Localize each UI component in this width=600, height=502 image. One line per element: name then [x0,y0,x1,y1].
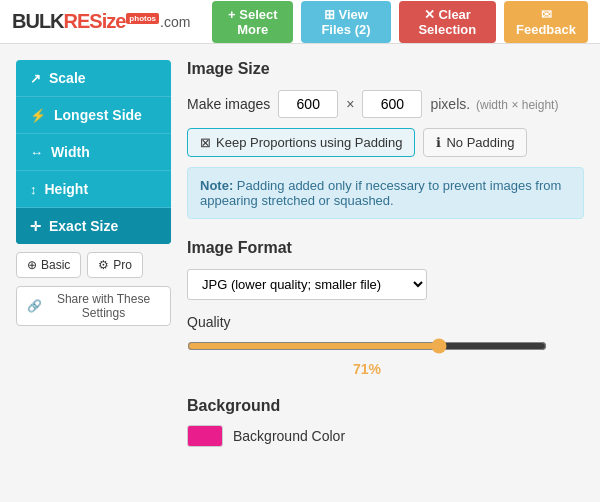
sidebar-item-exact-size-label: Exact Size [49,218,118,234]
sidebar-item-width[interactable]: ↔ Width [16,134,171,171]
width-icon: ↔ [30,145,43,160]
logo-bulk-text: BULK [12,10,64,33]
width-input[interactable] [278,90,338,118]
view-files-button[interactable]: ⊞ View Files (2) [301,1,390,43]
sidebar-tabs: ⊕ Basic ⚙ Pro [16,252,171,278]
quality-title: Quality [187,314,584,330]
sidebar-item-scale-label: Scale [49,70,86,86]
share-icon: 🔗 [27,299,42,313]
bg-color-label: Background Color [233,428,345,444]
sidebar-item-height[interactable]: ↕ Height [16,171,171,208]
sidebar-item-width-label: Width [51,144,90,160]
quality-value: 71% [187,361,547,377]
header: BULKRESizephotos.com + Select More ⊞ Vie… [0,0,600,44]
padding-options: ⊠ Keep Proportions using Padding ℹ No Pa… [187,128,584,157]
no-padding-label: No Padding [446,135,514,150]
pro-tab-button[interactable]: ⚙ Pro [87,252,143,278]
format-select[interactable]: JPG (lower quality; smaller file) PNG (l… [187,269,427,300]
basic-tab-label: Basic [41,258,70,272]
no-padding-icon: ℹ [436,135,441,150]
make-images-label: Make images [187,96,270,112]
logo-photos-badge: photos [126,13,159,24]
longest-side-icon: ⚡ [30,108,46,123]
scale-icon: ↗ [30,71,41,86]
keep-proportions-icon: ⊠ [200,135,211,150]
sidebar: ↗ Scale ⚡ Longest Side ↔ Width ↕ Height … [16,60,171,326]
feedback-button[interactable]: ✉ Feedback [504,1,588,43]
times-symbol: × [346,96,354,112]
background-title: Background [187,397,584,415]
bg-color-swatch[interactable] [187,425,223,447]
sidebar-item-exact-size[interactable]: ✛ Exact Size [16,208,171,244]
share-label: Share with These Settings [47,292,160,320]
sidebar-item-scale[interactable]: ↗ Scale [16,60,171,97]
pro-tab-icon: ⚙ [98,258,109,272]
background-section: Background Background Color [187,397,584,447]
bg-color-row: Background Color [187,425,584,447]
logo-resize-text: RESize [64,10,126,33]
note-bold: Note: [200,178,233,193]
wh-note: (width × height) [476,98,558,112]
sidebar-item-height-label: Height [45,181,89,197]
sidebar-item-longest-side[interactable]: ⚡ Longest Side [16,97,171,134]
logo: BULKRESizephotos.com [12,10,190,33]
logo-com-text: .com [160,14,190,30]
quality-slider-wrap [187,338,584,357]
keep-proportions-button[interactable]: ⊠ Keep Proportions using Padding [187,128,415,157]
clear-selection-button[interactable]: ✕ Clear Selection [399,1,496,43]
image-size-title: Image Size [187,60,584,78]
basic-tab-button[interactable]: ⊕ Basic [16,252,81,278]
select-more-button[interactable]: + Select More [212,1,293,43]
sidebar-menu: ↗ Scale ⚡ Longest Side ↔ Width ↕ Height … [16,60,171,244]
basic-tab-icon: ⊕ [27,258,37,272]
image-size-row: Make images × pixels. (width × height) [187,90,584,118]
main-content: ↗ Scale ⚡ Longest Side ↔ Width ↕ Height … [0,44,600,463]
note-text: Padding added only if necessary to preve… [200,178,561,208]
note-box: Note: Padding added only if necessary to… [187,167,584,219]
pro-tab-label: Pro [113,258,132,272]
exact-size-icon: ✛ [30,219,41,234]
share-settings-button[interactable]: 🔗 Share with These Settings [16,286,171,326]
height-icon: ↕ [30,182,37,197]
keep-proportions-label: Keep Proportions using Padding [216,135,402,150]
no-padding-button[interactable]: ℹ No Padding [423,128,527,157]
sidebar-item-longest-side-label: Longest Side [54,107,142,123]
quality-slider[interactable] [187,338,547,354]
right-panel: Image Size Make images × pixels. (width … [187,60,584,447]
height-input[interactable] [362,90,422,118]
pixels-label: pixels. (width × height) [430,96,558,112]
image-format-title: Image Format [187,239,584,257]
